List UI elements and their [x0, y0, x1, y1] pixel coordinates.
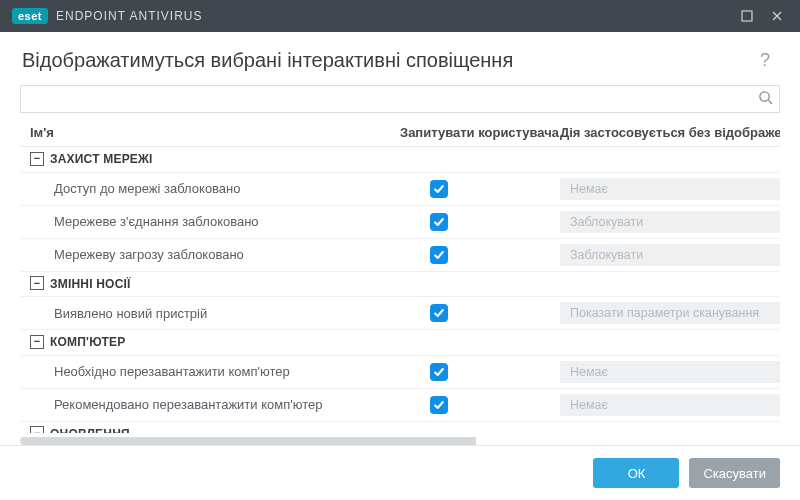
collapse-toggle[interactable]: − [30, 276, 44, 290]
search-input[interactable] [29, 92, 758, 107]
action-select: Немає [560, 178, 780, 200]
action-select: Показати параметри сканування [560, 302, 780, 324]
ask-user-checkbox[interactable] [430, 304, 448, 322]
notifications-table: Ім'я Запитувати користувача Дія застосов… [20, 119, 780, 433]
table-row[interactable]: Мережеву загрозу заблокованоЗаблокувати [20, 238, 780, 271]
action-select: Немає [560, 394, 780, 416]
action-select: Немає [560, 361, 780, 383]
svg-line-2 [768, 100, 772, 104]
row-name: Мережеву загрозу заблоковано [20, 238, 390, 271]
table-row[interactable]: Рекомендовано перезавантажити комп'ютерН… [20, 388, 780, 421]
group-label: ОНОВЛЕННЯ [50, 427, 130, 434]
page-header: Відображатимуться вибрані інтерактивні с… [0, 32, 800, 85]
dialog-footer: ОК Скасувати [0, 445, 800, 500]
close-button[interactable] [762, 0, 792, 32]
brand: eset ENDPOINT ANTIVIRUS [12, 8, 203, 24]
minimize-button[interactable] [732, 0, 762, 32]
row-name: Доступ до мережі заблоковано [20, 172, 390, 205]
action-select: Заблокувати [560, 244, 780, 266]
table-row[interactable]: Виявлено новий пристрійПоказати параметр… [20, 297, 780, 330]
row-name: Мережеве з'єднання заблоковано [20, 205, 390, 238]
collapse-toggle[interactable]: − [30, 152, 44, 166]
ok-button[interactable]: ОК [593, 458, 679, 488]
ask-user-checkbox[interactable] [430, 180, 448, 198]
ask-user-checkbox[interactable] [430, 396, 448, 414]
brand-text: ENDPOINT ANTIVIRUS [56, 9, 202, 23]
search-bar[interactable] [20, 85, 780, 113]
row-name: Виявлено новий пристрій [20, 297, 390, 330]
brand-badge: eset [12, 8, 48, 24]
svg-point-1 [760, 92, 769, 101]
group-label: ЗАХИСТ МЕРЕЖІ [50, 152, 153, 166]
group-label: ЗМІННІ НОСІЇ [50, 277, 131, 291]
help-button[interactable]: ? [752, 46, 778, 75]
table-row[interactable]: Доступ до мережі заблокованоНемає [20, 172, 780, 205]
collapse-toggle[interactable]: − [30, 335, 44, 349]
horizontal-scrollbar[interactable] [20, 437, 780, 445]
table-row[interactable]: Мережеве з'єднання заблокованоЗаблокуват… [20, 205, 780, 238]
col-header-name[interactable]: Ім'я [20, 119, 390, 147]
collapse-toggle[interactable]: − [30, 426, 44, 433]
ask-user-checkbox[interactable] [430, 363, 448, 381]
col-header-action[interactable]: Дія застосовується без відображен [550, 119, 780, 147]
group-label: КОМП'ЮТЕР [50, 335, 125, 349]
ask-user-checkbox[interactable] [430, 213, 448, 231]
row-name: Необхідно перезавантажити комп'ютер [20, 355, 390, 388]
svg-rect-0 [742, 11, 752, 21]
notifications-table-scroll[interactable]: Ім'я Запитувати користувача Дія застосов… [20, 119, 780, 433]
ask-user-checkbox[interactable] [430, 246, 448, 264]
row-name: Рекомендовано перезавантажити комп'ютер [20, 388, 390, 421]
cancel-button[interactable]: Скасувати [689, 458, 780, 488]
col-header-ask[interactable]: Запитувати користувача [390, 119, 550, 147]
search-icon[interactable] [758, 90, 773, 108]
table-row[interactable]: Необхідно перезавантажити комп'ютерНемає [20, 355, 780, 388]
page-title: Відображатимуться вибрані інтерактивні с… [22, 49, 513, 72]
titlebar: eset ENDPOINT ANTIVIRUS [0, 0, 800, 32]
action-select: Заблокувати [560, 211, 780, 233]
